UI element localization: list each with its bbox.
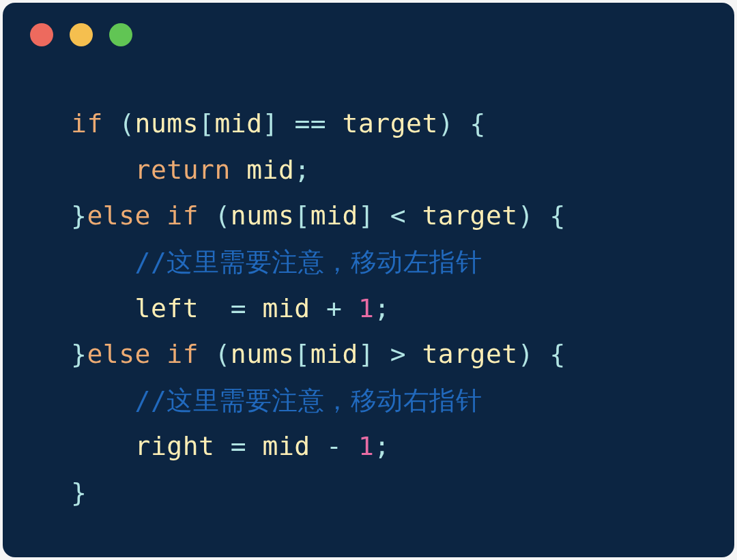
minimize-button[interactable] [70,23,93,46]
brace-open: { [550,201,566,231]
operator-plus: + [326,293,342,323]
semicolon: ; [374,293,390,323]
identifier-mid: mid [263,431,310,461]
keyword-if: if [167,201,199,231]
bracket-open: [ [199,108,214,138]
bracket-close: ] [358,201,374,231]
code-content: if (nums[mid] == target) { return mid; }… [3,55,734,557]
identifier-mid: mid [263,293,310,323]
comment-left-pointer: 这里需要注意，移动左指针 [167,247,482,277]
operator-lt: < [390,201,406,231]
brace-close: } [71,201,87,231]
identifier-right: right [135,431,215,461]
identifier-target: target [343,108,438,138]
paren-open: ( [214,339,230,369]
identifier-nums: nums [135,108,199,138]
keyword-return: return [135,155,231,185]
semicolon: ; [294,155,310,185]
paren-open: ( [119,108,134,138]
brace-open: { [470,108,486,138]
brace-close: } [71,477,87,507]
number-one: 1 [358,293,374,323]
identifier-target: target [422,201,517,231]
paren-open: ( [214,201,230,231]
operator-gt: > [390,339,406,369]
keyword-else: else [87,339,151,369]
comment-slashes: // [135,247,167,277]
bracket-open: [ [294,201,310,231]
identifier-mid: mid [246,155,294,185]
close-button[interactable] [30,23,53,46]
comment-slashes: // [135,385,167,415]
keyword-if: if [71,108,103,138]
semicolon: ; [374,431,390,461]
title-bar [3,3,734,55]
identifier-mid: mid [310,339,358,369]
bracket-close: ] [263,108,278,138]
operator-assign: = [231,293,246,323]
maximize-button[interactable] [109,23,132,46]
identifier-mid: mid [214,108,262,138]
number-one: 1 [358,431,374,461]
identifier-left: left [135,293,199,323]
identifier-nums: nums [231,339,295,369]
bracket-open: [ [294,339,310,369]
identifier-target: target [422,339,517,369]
brace-open: { [550,339,566,369]
keyword-if: if [167,339,199,369]
paren-close: ) [518,201,534,231]
operator-assign: = [231,431,246,461]
code-editor-window: if (nums[mid] == target) { return mid; }… [3,3,734,557]
identifier-mid: mid [310,201,358,231]
paren-close: ) [438,108,454,138]
bracket-close: ] [358,339,374,369]
paren-close: ) [518,339,534,369]
identifier-nums: nums [231,201,295,231]
keyword-else: else [87,201,151,231]
comment-right-pointer: 这里需要注意，移动右指针 [167,385,482,415]
operator-minus: - [326,431,342,461]
operator-eq: == [294,108,326,138]
brace-close: } [71,339,87,369]
